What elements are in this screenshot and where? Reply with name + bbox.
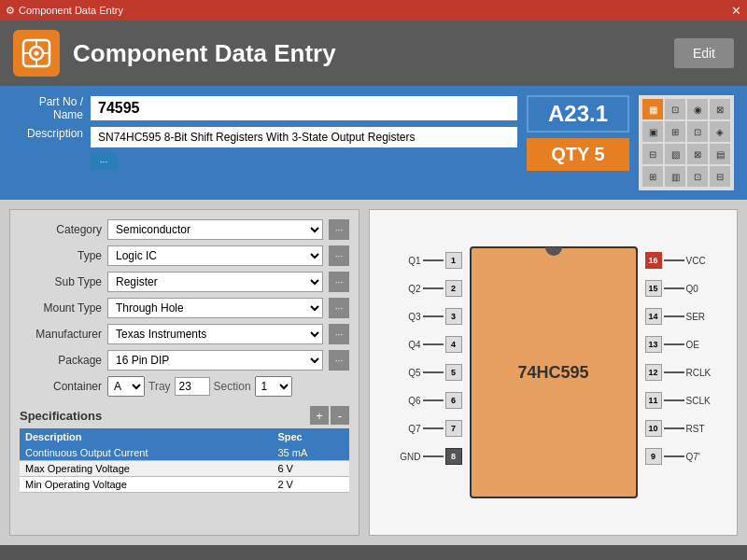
container-a-select[interactable]: A — [107, 376, 145, 397]
pin-line-r-13 — [664, 343, 684, 345]
package-more-button[interactable]: ··· — [329, 350, 349, 371]
page-title: Component Data Entry — [73, 39, 661, 68]
pin-num-r-14: 14 — [645, 308, 662, 325]
mfr-more-button[interactable]: ··· — [329, 324, 349, 344]
spec-desc-2: Min Operating Voltage — [20, 477, 272, 493]
pin-right-13: OE 13 — [645, 330, 712, 358]
desc-input[interactable] — [91, 127, 517, 147]
icon-cell-13[interactable]: ▥ — [665, 166, 685, 187]
expand-button[interactable]: ··· — [91, 153, 117, 170]
spec-row-0[interactable]: Continuous Output Current35 mA — [20, 445, 349, 461]
desc-row: Description — [13, 127, 517, 147]
pin-label-r-13: OE — [686, 340, 712, 350]
part-no-label: Part No / Name — [13, 95, 83, 121]
tray-input[interactable] — [175, 377, 210, 396]
spec-spec-2: 2 V — [272, 477, 349, 493]
section-select[interactable]: 1 — [255, 376, 292, 397]
pin-label-r-15: Q0 — [686, 284, 712, 294]
icon-cell-11[interactable]: ▤ — [710, 144, 730, 164]
pin-left-6: Q6 6 — [395, 386, 462, 414]
close-button[interactable]: ✕ — [731, 4, 741, 18]
pins-left: Q1 1 Q2 2 Q3 3 Q4 4 Q5 5 Q6 6 Q7 7 GND 8 — [395, 246, 462, 470]
category-select[interactable]: Semiconductor — [107, 219, 323, 240]
form-fields: Part No / Name Description ··· — [13, 95, 517, 190]
pin-num-r-12: 12 — [645, 364, 662, 381]
chip-name: 74HC595 — [517, 363, 588, 383]
pin-label-5: Q5 — [395, 368, 421, 378]
pin-num-6: 6 — [445, 392, 462, 409]
specs-controls: + - — [310, 406, 349, 425]
spec-spec-1: 6 V — [272, 461, 349, 477]
type-label: Type — [20, 249, 102, 262]
add-spec-button[interactable]: + — [310, 406, 329, 425]
chip-diagram: Q1 1 Q2 2 Q3 3 Q4 4 Q5 5 Q6 6 Q7 7 GND 8… — [395, 228, 712, 517]
app-logo-icon — [13, 30, 60, 77]
icon-cell-6[interactable]: ⊡ — [687, 121, 708, 142]
icon-cell-1[interactable]: ⊡ — [665, 99, 685, 119]
edit-button[interactable]: Edit — [674, 38, 734, 68]
right-panel: Q1 1 Q2 2 Q3 3 Q4 4 Q5 5 Q6 6 Q7 7 GND 8… — [369, 209, 738, 536]
pin-label-r-14: SER — [686, 312, 712, 322]
pin-right-15: Q0 15 — [645, 274, 712, 302]
spec-spec-0: 35 mA — [272, 445, 349, 461]
icon-cell-0[interactable]: ▦ — [642, 99, 663, 119]
icon-cell-14[interactable]: ⊡ — [687, 166, 708, 187]
subtype-row: Sub Type Register ··· — [20, 272, 349, 292]
package-select[interactable]: 16 Pin DIP — [107, 350, 323, 371]
pin-num-r-15: 15 — [645, 280, 662, 297]
pin-num-2: 2 — [445, 280, 462, 297]
pin-left-8: GND 8 — [395, 442, 462, 470]
icon-cell-4[interactable]: ▣ — [642, 121, 663, 142]
pins-right: VCC 16 Q0 15 SER 14 OE 13 RCLK 12 SCLK 1… — [645, 246, 712, 470]
pin-line-r-12 — [664, 371, 684, 373]
icon-cell-10[interactable]: ⊠ — [687, 144, 708, 164]
pin-num-r-10: 10 — [645, 420, 662, 437]
container-label: Container — [20, 380, 102, 393]
category-more-button[interactable]: ··· — [329, 219, 349, 240]
subtype-more-button[interactable]: ··· — [329, 272, 349, 292]
type-row: Type Logic IC ··· — [20, 245, 349, 266]
pin-line-2 — [423, 287, 444, 289]
pin-left-4: Q4 4 — [395, 330, 462, 358]
pin-line-r-15 — [664, 287, 684, 289]
container-inputs: A Tray Section 1 — [107, 376, 292, 397]
mfr-select[interactable]: Texas Instruments — [107, 324, 323, 344]
icon-cell-15[interactable]: ⊟ — [710, 166, 730, 187]
pin-line-4 — [423, 343, 444, 345]
tray-label: Tray — [148, 380, 171, 393]
icon-cell-9[interactable]: ▧ — [665, 144, 685, 164]
part-no-input[interactable] — [91, 96, 517, 120]
svg-point-2 — [35, 51, 39, 56]
icon-cell-7[interactable]: ◈ — [710, 121, 730, 142]
type-select[interactable]: Logic IC — [107, 245, 323, 266]
spec-spec-header: Spec — [272, 428, 349, 445]
mount-select[interactable]: Through Hole — [107, 298, 323, 318]
remove-spec-button[interactable]: - — [331, 406, 349, 425]
pin-num-r-13: 13 — [645, 336, 662, 353]
mount-more-button[interactable]: ··· — [329, 298, 349, 318]
mfr-label: Manufacturer — [20, 328, 102, 341]
section-label: Section — [214, 380, 251, 393]
icon-cell-8[interactable]: ⊟ — [642, 144, 663, 164]
icon-cell-3[interactable]: ⊠ — [710, 99, 730, 119]
pin-label-7: Q7 — [395, 424, 421, 434]
pin-line-r-9 — [664, 455, 684, 457]
icon-cell-5[interactable]: ⊞ — [665, 121, 685, 142]
pin-line-r-10 — [664, 427, 684, 429]
subtype-select[interactable]: Register — [107, 272, 323, 292]
icon-cell-2[interactable]: ◉ — [687, 99, 708, 119]
pin-left-5: Q5 5 — [395, 358, 462, 386]
app-icon: ⚙ — [6, 5, 15, 17]
pin-num-r-9: 9 — [645, 448, 662, 465]
pin-line-3 — [423, 315, 444, 317]
main-content: Category Semiconductor ··· Type Logic IC… — [0, 200, 747, 545]
pin-label-r-11: SCLK — [686, 396, 712, 406]
category-label: Category — [20, 223, 102, 236]
spec-desc-header: Description — [20, 428, 272, 445]
pin-line-r-14 — [664, 315, 684, 317]
spec-row-2[interactable]: Min Operating Voltage2 V — [20, 477, 349, 493]
header: Component Data Entry Edit — [0, 21, 747, 86]
type-more-button[interactable]: ··· — [329, 245, 349, 266]
spec-row-1[interactable]: Max Operating Voltage6 V — [20, 461, 349, 477]
icon-cell-12[interactable]: ⊞ — [642, 166, 663, 187]
